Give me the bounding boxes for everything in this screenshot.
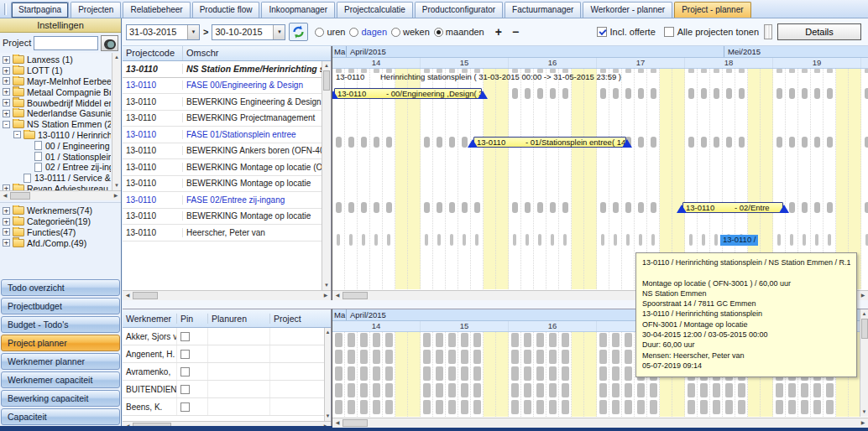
scroll-down-icon[interactable]: ▼ — [322, 281, 332, 290]
scroll-right-icon[interactable]: ▶ — [321, 291, 331, 300]
tab-startpagina[interactable]: Startpagina — [11, 2, 69, 18]
scroll-down-icon[interactable]: ▼ — [112, 181, 121, 190]
werknemer-row[interactable]: Akker, Sjors va... — [123, 328, 331, 345]
pin-checkbox[interactable] — [180, 402, 190, 412]
expand-icon[interactable]: + — [3, 207, 10, 215]
werknemer-row[interactable]: Angenent, H. — [123, 345, 331, 363]
tree-vertical-scrollbar[interactable]: ▲▼ — [112, 53, 121, 190]
column-header-projectcode[interactable]: Projectcode — [123, 46, 183, 60]
details-button[interactable]: Details — [777, 23, 861, 40]
tree-item-01-stationsplein[interactable]: 01 / Stationsplein — [0, 151, 111, 162]
tree-item-mayr-melnhof-eerbeek-e[interactable]: +Mayr-Melnhof Eerbeek E — [0, 76, 111, 87]
task-bar[interactable]: 13-0110 - 02/Entre — [682, 202, 783, 213]
project-table-row[interactable]: 13-0110FASE 01/Stationsplein entree — [123, 127, 331, 143]
checkbox-incl-offerte[interactable]: Incl. offerte — [597, 27, 656, 37]
sidebar-button-werknemer-planner[interactable]: Werknemer planner — [1, 353, 120, 370]
date-from-combobox[interactable]: 31-03-2015 ▼ — [126, 24, 200, 40]
refresh-button[interactable] — [289, 23, 308, 41]
project-table-row[interactable]: 13-0110BEWERKING Montage op locatie — [123, 176, 331, 193]
tab-project-planner[interactable]: Project - planner — [674, 2, 750, 18]
pin-checkbox[interactable] — [180, 350, 190, 359]
scroll-right-icon[interactable]: ▶ — [858, 291, 868, 300]
gantt-horizontal-scrollbar[interactable]: ◀▶ — [332, 418, 868, 428]
tree-horizontal-scrollbar[interactable]: ◀▶ — [0, 190, 121, 200]
selected-task-block[interactable]: 13-0110 / — [720, 235, 758, 246]
scroll-left-icon[interactable]: ◀ — [0, 191, 10, 200]
scroll-up-icon[interactable]: ▲ — [860, 309, 868, 319]
project-table-horizontal-scrollbar[interactable]: ◀▶ — [123, 290, 331, 300]
pin-checkbox[interactable] — [180, 367, 190, 376]
task-bar[interactable]: 13-0110 - 00/Engineering ,Design( 31-03-… — [334, 88, 482, 99]
tree-item-functies-47[interactable]: +Functies(47) — [0, 227, 121, 238]
task-bar[interactable]: 13-0110 - 01/Stationsplein entree( 14-04… — [473, 137, 626, 148]
pin-checkbox[interactable] — [180, 385, 190, 394]
details-grip[interactable] — [764, 24, 772, 39]
dropdown-arrow-icon[interactable]: ▼ — [187, 25, 199, 39]
task-end-marker-icon[interactable] — [622, 139, 632, 148]
task-end-marker-icon[interactable] — [478, 91, 488, 99]
project-table-row[interactable]: 13-0110BEWERKING Engineering & Design — [123, 94, 331, 111]
scroll-left-icon[interactable]: ◀ — [123, 291, 133, 300]
scroll-up-icon[interactable]: ▲ — [112, 53, 121, 62]
scrollbar-thumb[interactable] — [342, 419, 368, 427]
sidebar-button-budget-todo-s[interactable]: Budget - Todo's — [1, 316, 120, 333]
tree-item-02-entree-zij-ing[interactable]: 02 / Entree zij-ing — [0, 162, 111, 173]
sidebar-button-project-planner[interactable]: Project planner — [1, 335, 120, 351]
tree-item-nederlandse-gasunie-n[interactable]: +Nederlandse Gasunie N — [0, 108, 111, 119]
checkbox-alle-projecten-tonen[interactable]: Alle projecten tonen — [664, 27, 759, 37]
scrollbar-thumb[interactable] — [10, 192, 30, 200]
search-button[interactable] — [101, 35, 118, 51]
zoom-in-button[interactable]: + — [495, 25, 502, 39]
project-table-row[interactable]: 13-0110FASE 02/Entree zij-ingang — [123, 192, 331, 209]
scroll-right-icon[interactable]: ▶ — [858, 418, 868, 428]
tab-inkoopmanager[interactable]: Inkoopmanager — [261, 2, 335, 18]
expand-icon[interactable]: + — [3, 88, 10, 96]
sidebar-button-werknemer-capaciteit[interactable]: Werknemer capaciteit — [1, 371, 120, 388]
tab-werkorder-planner[interactable]: Werkorder - planner — [583, 2, 672, 18]
expand-icon[interactable]: + — [3, 77, 10, 85]
tree-item-lanxess-1[interactable]: +Lanxess (1) — [0, 55, 111, 65]
radio-dagen[interactable]: dagen — [349, 27, 387, 37]
date-to-combobox[interactable]: 30-10-2015 ▼ — [212, 24, 285, 40]
task-end-marker-icon[interactable] — [779, 205, 789, 213]
scroll-up-icon[interactable]: ▲ — [322, 61, 332, 70]
werknemer-row[interactable]: Beens, K. — [123, 398, 331, 416]
project-table-row[interactable]: 13-0110BEWERKING Montage op locatie — [123, 209, 331, 226]
tab-productconfigurator[interactable]: Productconfigurator — [415, 2, 503, 18]
project-table-vertical-scrollbar[interactable]: ▲▼ — [322, 61, 331, 290]
project-table-row[interactable]: 13-0110Heerscher, Peter van — [123, 225, 331, 241]
task-start-marker-icon[interactable] — [677, 205, 687, 213]
tree-item-00-engineering[interactable]: 00 / Engineering — [0, 140, 111, 151]
column-header-omschr[interactable]: Omschr — [183, 46, 331, 60]
tree-item-werknemers-74[interactable]: +Werknemers(74) — [0, 205, 121, 216]
radio-uren[interactable]: uren — [315, 27, 345, 37]
sidebar-button-bewerking-capaciteit[interactable]: Bewerking capaciteit — [1, 390, 120, 407]
tab-projectcalculatie[interactable]: Projectcalculatie — [337, 2, 413, 18]
tab-productie-flow[interactable]: Productie flow — [192, 2, 260, 18]
tree-item-metaal-compagnie-braba[interactable]: +Metaal Compagnie Braba — [0, 86, 111, 97]
column-header-pin[interactable]: Pin — [177, 314, 208, 324]
project-table-row[interactable]: 13-0110BEWERKING Montage op locatie (OFN… — [123, 159, 331, 176]
scroll-down-icon[interactable]: ▼ — [860, 408, 868, 417]
sidebar-button-todo-overzicht[interactable]: Todo overzicht — [1, 279, 120, 296]
column-header-project[interactable]: Project — [270, 314, 331, 324]
tab-factuurmanager[interactable]: Factuurmanager — [505, 2, 581, 18]
pin-checkbox[interactable] — [180, 332, 190, 341]
tree-item-bouwbedrijf-middel-en-z[interactable]: +Bouwbedrijf Middel en Z — [0, 97, 111, 108]
tab-relatiebeheer[interactable]: Relatiebeheer — [123, 2, 190, 18]
werknemer-row[interactable]: Avramenko, — [123, 363, 331, 381]
expand-icon[interactable]: + — [3, 56, 10, 64]
scrollbar-thumb[interactable] — [861, 319, 868, 339]
project-table-row[interactable]: 13-0110FASE 00/Engineering & Design — [123, 78, 331, 95]
werknemer-row[interactable]: BUITENDIENST, — [123, 381, 331, 398]
werknemer-table-vertical-scrollbar[interactable]: ▲▼ — [324, 328, 331, 421]
scroll-left-icon[interactable]: ◀ — [332, 291, 342, 300]
collapse-icon[interactable]: - — [13, 131, 21, 138]
project-table-row[interactable]: 13-0110BEWERKING Ankers boren (OFN-4000) — [123, 143, 331, 160]
project-table-row[interactable]: 13-0110BEWERKING Projectmanagement — [123, 111, 331, 127]
dropdown-arrow-icon[interactable]: ▼ — [273, 25, 285, 39]
collapse-icon[interactable]: - — [3, 121, 10, 128]
toolbar-grip[interactable] — [4, 3, 7, 15]
zoom-out-button[interactable]: − — [512, 25, 519, 39]
scroll-left-icon[interactable]: ◀ — [332, 418, 342, 428]
